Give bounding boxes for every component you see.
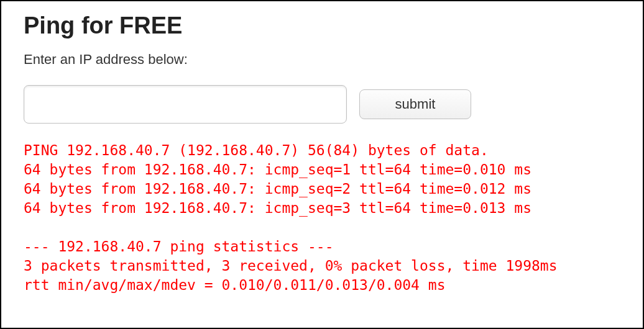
submit-button[interactable]: submit [359, 89, 471, 119]
ip-input[interactable] [24, 85, 347, 124]
page-title: Ping for FREE [24, 12, 620, 39]
app-frame: Ping for FREE Enter an IP address below:… [0, 0, 644, 329]
form-prompt: Enter an IP address below: [24, 52, 620, 68]
form-row: submit [24, 85, 620, 124]
ping-output: PING 192.168.40.7 (192.168.40.7) 56(84) … [24, 141, 620, 295]
